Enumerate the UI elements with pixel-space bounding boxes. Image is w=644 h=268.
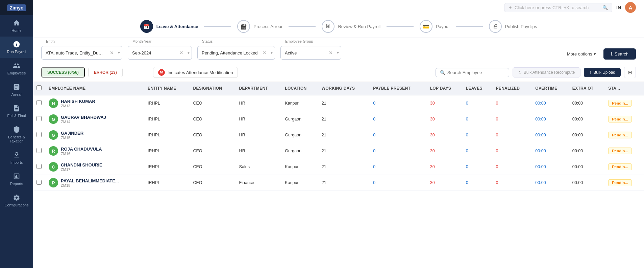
designation-4: CEO (190, 159, 236, 175)
status-filter[interactable]: Status Pending, Attendance Locked ✕ ▾ (197, 43, 275, 60)
entity-name-4: IRHPL (144, 159, 190, 175)
penalized-2: 0 (493, 127, 532, 143)
leaves-2: 0 (463, 127, 493, 143)
employee-avatar-1: G (49, 114, 58, 124)
row-checkbox-1[interactable] (36, 116, 42, 121)
search-employee-icon: 🔍 (440, 70, 445, 75)
employee-group-clear-btn[interactable]: ✕ (329, 50, 333, 55)
employee-cell-1: G GAURAV BHARDWAJ ZM14 (49, 114, 141, 124)
payble-present-4: 0 (370, 159, 427, 175)
step-process-arrear[interactable]: 🎬 Process Arrear (231, 20, 289, 33)
search-employee-wrap[interactable]: 🔍 (436, 68, 509, 77)
col-header-department: DEPARTMENT (236, 82, 282, 95)
employee-group-filter[interactable]: Employee Group Active ✕ ▾ (280, 43, 341, 60)
payble-present-3: 0 (370, 143, 427, 159)
extra-icon: ⊞ (628, 69, 632, 75)
overtime-2: 00:00 (532, 127, 569, 143)
overtime-3: 00:00 (532, 143, 569, 159)
sidebar-item-full-final[interactable]: Full & Final (0, 100, 33, 122)
row-checkbox-2[interactable] (36, 132, 42, 137)
status-0: Pendin... (605, 95, 644, 111)
location-0: Kanpur (281, 95, 318, 111)
employee-avatar-0: H (49, 98, 58, 108)
sidebar-item-employees[interactable]: Employees (0, 58, 33, 79)
sidebar-item-label: Home (11, 28, 21, 32)
extra-ot-5: 00:00 (569, 175, 605, 191)
benefits-icon (13, 126, 20, 133)
sidebar-item-label: Arrear (11, 92, 22, 96)
overtime-5: 00:00 (532, 175, 569, 191)
global-search[interactable]: ✦ Click here or press CTRL+K to search 🔍 (504, 3, 612, 12)
sidebar-item-configurations[interactable]: Configurations (0, 190, 33, 211)
month-year-clear-btn[interactable]: ✕ (179, 50, 183, 55)
employee-group-input[interactable]: Active ✕ ▾ (280, 46, 341, 60)
attendance-mod-label: Indicates Attendance Modification (168, 70, 233, 75)
row-checkbox-0[interactable] (36, 100, 42, 105)
employee-id-5: ZM18 (61, 183, 119, 187)
penalized-5: 0 (493, 175, 532, 191)
month-year-filter[interactable]: Month-Year Sep-2024 ✕ ▾ (128, 43, 192, 60)
status-dropdown-icon[interactable]: ▾ (271, 50, 273, 55)
working-days-0: 21 (318, 95, 370, 111)
reports-icon (13, 173, 20, 180)
select-all-checkbox[interactable] (36, 85, 42, 90)
employee-group-dropdown-icon[interactable]: ▾ (337, 50, 339, 55)
step-review-run-payroll[interactable]: 🖩 Review & Run Payroll (316, 20, 387, 33)
sidebar-item-label: Imports (10, 160, 23, 164)
extra-action-button[interactable]: ⊞ (624, 67, 636, 78)
sidebar-item-home[interactable]: Home (0, 15, 33, 37)
status-1: Pendin... (605, 111, 644, 127)
error-badge-button[interactable]: ERROR (13) (88, 68, 123, 77)
entity-clear-btn[interactable]: ✕ (110, 50, 114, 55)
row-checkbox-4[interactable] (36, 164, 42, 169)
bulk-attendance-recompute-button[interactable]: ↻ Bulk Attendance Recompute (513, 67, 580, 77)
employee-avatar-3: R (49, 146, 58, 156)
sidebar-logo: Zimyo (0, 0, 33, 15)
user-avatar[interactable]: A (625, 2, 636, 13)
step-publish-payslips[interactable]: 🖨 Publish Payslips (483, 20, 543, 33)
sidebar-item-benefits-taxation[interactable]: Benefits & Taxation (0, 122, 33, 147)
penalized-4: 0 (493, 159, 532, 175)
config-icon (13, 194, 20, 201)
step-label-3: Review & Run Payroll (338, 24, 380, 29)
home-icon (13, 19, 20, 27)
status-clear-btn[interactable]: ✕ (263, 50, 267, 55)
sidebar-item-reports[interactable]: Reports (0, 169, 33, 190)
department-4: Sales (236, 159, 282, 175)
success-badge-button[interactable]: SUCCESS (0/56) (41, 67, 85, 77)
employee-name-1: GAURAV BHARDWAJ (61, 115, 106, 120)
col-header-leaves: LEAVES (463, 82, 493, 95)
step-payout[interactable]: 💳 Payout (414, 20, 455, 33)
status-4: Pendin... (605, 159, 644, 175)
entity-input[interactable]: ATA, auto Trade, Entity_Dummy ME, F... ✕… (41, 46, 122, 60)
sidebar-item-arrear[interactable]: Arrear (0, 79, 33, 100)
sidebar-item-imports[interactable]: Imports (0, 147, 33, 169)
entity-dropdown-icon[interactable]: ▾ (118, 50, 120, 55)
leaves-0: 0 (463, 95, 493, 111)
col-header-employee-name: EMPLOYEE NAME (45, 82, 144, 95)
search-placeholder: Click here or press CTRL+K to search (515, 5, 589, 10)
more-options-button[interactable]: More options ▾ (564, 49, 599, 59)
entity-name-1: IRHPL (144, 111, 190, 127)
col-header-working-days: WORKING DAYS (318, 82, 370, 95)
employee-group-label: Employee Group (284, 39, 314, 43)
extra-ot-4: 00:00 (569, 159, 605, 175)
month-year-input[interactable]: Sep-2024 ✕ ▾ (128, 46, 192, 60)
row-checkbox-3[interactable] (36, 148, 42, 153)
sidebar-item-run-payroll[interactable]: Run Payroll (0, 37, 33, 58)
overtime-1: 00:00 (532, 111, 569, 127)
search-employee-input[interactable] (447, 70, 505, 75)
row-checkbox-5[interactable] (36, 180, 42, 185)
step-leave-attendance[interactable]: 📅 Leave & Attendance (134, 20, 204, 33)
month-year-dropdown-icon[interactable]: ▾ (188, 50, 190, 55)
bulk-upload-button[interactable]: ↑ Bulk Upload (584, 68, 621, 77)
lop-days-1: 30 (427, 111, 463, 127)
designation-0: CEO (190, 95, 236, 111)
language-selector[interactable]: IN (616, 5, 621, 10)
status-input[interactable]: Pending, Attendance Locked ✕ ▾ (197, 46, 275, 60)
employee-id-4: ZM17 (61, 168, 102, 172)
step-connector-2 (289, 26, 316, 27)
entity-filter[interactable]: Entity ATA, auto Trade, Entity_Dummy ME,… (41, 43, 122, 60)
col-header-penalized: PENALIZED (493, 82, 532, 95)
search-button[interactable]: ℹ Search (603, 48, 636, 60)
